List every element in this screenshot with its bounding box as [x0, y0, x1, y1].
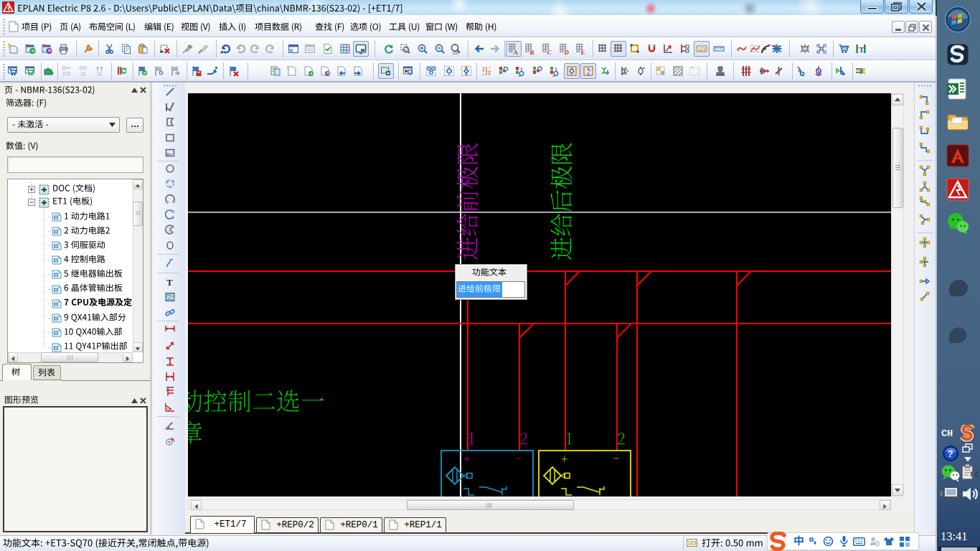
svg-text:A: A: [514, 49, 519, 55]
svg-text:E: E: [581, 49, 585, 55]
svg-text:B: B: [530, 49, 534, 55]
svg-text:C: C: [547, 49, 552, 55]
svg-text:100: 100: [452, 51, 458, 55]
svg-text:D: D: [565, 49, 570, 55]
svg-text:T: T: [166, 277, 173, 288]
svg-text:123: 123: [698, 47, 706, 52]
svg-text:12: 12: [97, 71, 103, 76]
svg-text:12: 12: [80, 71, 86, 76]
svg-text:123: 123: [62, 71, 70, 76]
svg-text:T: T: [859, 45, 864, 54]
svg-text:?: ?: [948, 448, 953, 459]
